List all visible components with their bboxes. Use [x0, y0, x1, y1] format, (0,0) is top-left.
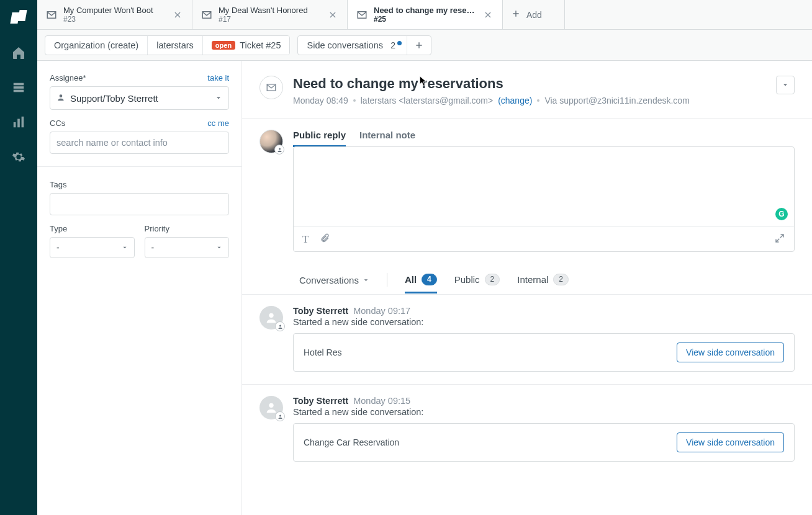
conv-author: Toby Sterrett: [293, 396, 348, 406]
reply-textarea[interactable]: [294, 147, 794, 226]
assignee-label: Assignee*: [50, 73, 86, 83]
assignee-value: Support/Toby Sterrett: [70, 93, 158, 104]
reply-tabs: Public reply Internal note: [293, 130, 795, 147]
add-side-conversation-button[interactable]: [407, 36, 431, 55]
zendesk-logo-icon[interactable]: [10, 9, 27, 26]
side-conversation-card: Hotel Res View side conversation: [293, 333, 795, 372]
divider: [37, 166, 241, 167]
side-conversations-pill[interactable]: Side conversations 2: [298, 36, 407, 55]
organization-pill[interactable]: Organization (create): [45, 36, 148, 55]
internal-note-tab[interactable]: Internal note: [359, 130, 415, 147]
view-side-conversation-button[interactable]: View side conversation: [677, 432, 784, 452]
side-conversation-card: Change Car Reservation View side convers…: [293, 423, 795, 462]
conversation-entry: Toby Sterrett Monday 09:17 Started a new…: [242, 295, 812, 378]
workspace-tab-active[interactable]: Need to change my reser… #25: [348, 0, 503, 29]
svg-point-10: [269, 403, 273, 408]
conv-tab-public-count: 2: [485, 274, 500, 285]
priority-value: -: [151, 243, 155, 253]
dot-separator-icon: [353, 99, 356, 102]
cc-me-link[interactable]: cc me: [207, 119, 229, 128]
ticket-pill[interactable]: open Ticket #25: [203, 36, 290, 55]
left-nav: [0, 0, 37, 515]
chevron-down-icon: [215, 93, 222, 104]
type-select[interactable]: -: [50, 237, 135, 258]
chevron-down-icon: [216, 243, 222, 253]
text-format-icon[interactable]: T: [302, 233, 309, 246]
user-avatar: [259, 306, 283, 329]
svg-rect-1: [14, 86, 24, 89]
conv-time: Monday 09:17: [353, 306, 410, 316]
context-pill-row: Organization (create) laterstars open Ti…: [37, 30, 812, 61]
macro-apply-icon[interactable]: [774, 233, 785, 246]
change-requester-link[interactable]: (change): [498, 96, 532, 105]
ticket-via: Via support@z3nici11in.zendesk.com: [544, 96, 689, 105]
conv-action-text: Started a new side conversation:: [293, 317, 795, 327]
grammarly-icon[interactable]: G: [775, 208, 788, 220]
chevron-down-icon: [122, 243, 128, 253]
workspace-tab[interactable]: My Computer Won't Boot #23: [37, 0, 192, 29]
svg-point-9: [279, 325, 281, 326]
conversation-entry: Toby Sterrett Monday 09:15 Started a new…: [242, 385, 812, 468]
public-reply-tab[interactable]: Public reply: [293, 130, 346, 147]
plus-icon: [512, 9, 520, 20]
side-conversation-title: Change Car Reservation: [304, 437, 399, 447]
tab-title: My Computer Won't Boot: [63, 6, 166, 15]
views-icon[interactable]: [11, 79, 27, 96]
ticket-header: Need to change my reservations Monday 08…: [242, 61, 812, 119]
ticket-pill-label: Ticket #25: [240, 40, 281, 50]
conv-author: Toby Sterrett: [293, 306, 348, 316]
close-icon[interactable]: [327, 9, 338, 20]
dot-separator-icon: [537, 99, 539, 102]
priority-select[interactable]: -: [145, 237, 230, 258]
tab-title: My Deal Wasn't Honored: [219, 6, 321, 15]
svg-point-11: [279, 414, 281, 416]
agent-avatar: [259, 130, 283, 153]
conv-action-text: Started a new side conversation:: [293, 407, 795, 417]
close-icon[interactable]: [482, 9, 494, 20]
reply-editor[interactable]: G T: [293, 146, 795, 252]
chevron-down-icon: [363, 277, 369, 284]
reporting-icon[interactable]: [11, 114, 27, 130]
tab-sub: #25: [374, 15, 476, 24]
svg-rect-5: [22, 117, 24, 127]
assignee-select[interactable]: Support/Toby Sterrett: [50, 86, 229, 110]
conv-tab-all-label: All: [405, 274, 417, 285]
side-conversations-label: Side conversations: [307, 40, 383, 50]
svg-point-6: [60, 94, 63, 97]
add-tab-button[interactable]: Add: [503, 0, 565, 29]
side-conversation-pill-group: Side conversations 2: [297, 35, 431, 55]
svg-rect-3: [14, 122, 16, 127]
mail-icon: [356, 9, 368, 20]
tab-title: Need to change my reser…: [374, 6, 476, 15]
status-badge-open: open: [212, 41, 235, 50]
svg-point-8: [269, 313, 273, 318]
agent-badge-icon: [275, 321, 285, 331]
mail-icon: [46, 9, 57, 20]
type-value: -: [56, 243, 60, 253]
requester-pill[interactable]: laterstars: [148, 36, 203, 55]
view-side-conversation-button[interactable]: View side conversation: [677, 343, 784, 362]
tags-input[interactable]: [50, 193, 229, 215]
attachment-icon[interactable]: [320, 233, 330, 245]
conv-tab-public-label: Public: [454, 274, 480, 285]
take-it-link[interactable]: take it: [207, 73, 229, 83]
add-tab-label: Add: [526, 10, 542, 20]
tags-label: Tags: [50, 180, 66, 189]
admin-gear-icon[interactable]: [11, 149, 27, 165]
ticket-options-button[interactable]: [776, 76, 795, 94]
conversations-dropdown[interactable]: Conversations: [299, 275, 369, 285]
svg-rect-4: [17, 119, 20, 128]
home-icon[interactable]: [11, 45, 27, 61]
close-icon[interactable]: [172, 9, 183, 20]
conv-tab-internal[interactable]: Internal 2: [517, 274, 569, 293]
context-pill-group: Organization (create) laterstars open Ti…: [45, 35, 290, 55]
priority-label: Priority: [145, 224, 230, 233]
workspace-tab[interactable]: My Deal Wasn't Honored #17: [192, 0, 348, 29]
conv-tab-public[interactable]: Public 2: [454, 274, 500, 293]
ccs-input[interactable]: [50, 132, 229, 154]
workspace-tabs: My Computer Won't Boot #23 My Deal Wasn'…: [37, 0, 812, 30]
agent-badge-icon: [275, 411, 285, 421]
divider: [387, 273, 387, 287]
ticket-fields-sidebar: Assignee* take it Support/Toby Sterrett: [37, 61, 242, 515]
conv-tab-all[interactable]: All 4: [405, 274, 437, 293]
